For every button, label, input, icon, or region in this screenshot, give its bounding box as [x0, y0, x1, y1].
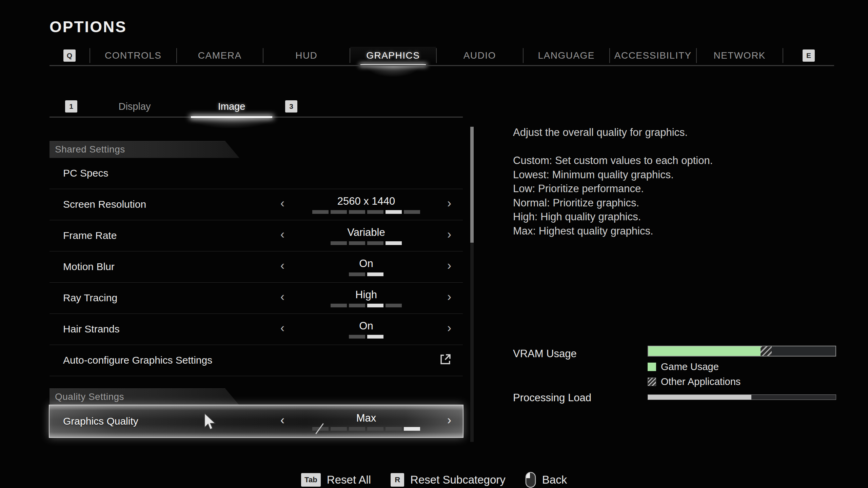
subtab-image[interactable]: Image — [218, 101, 245, 112]
decrease-value-arrow[interactable]: ‹ — [280, 291, 284, 303]
section-header-label: Shared Settings — [55, 144, 125, 155]
setting-row-graphics-quality-selected[interactable]: Graphics Quality ‹ Max › — [49, 405, 463, 438]
setting-label: PC Specs — [63, 167, 108, 179]
active-subtab-haze — [188, 117, 276, 129]
shortcut-bar: Tab Reset All R Reset Subcategory Back — [0, 472, 868, 488]
r-key-hint: R — [391, 473, 404, 487]
setting-value: High — [355, 289, 377, 301]
section-header-label: Quality Settings — [55, 391, 124, 402]
increase-value-arrow[interactable]: › — [447, 228, 451, 241]
setting-row-ray-tracing[interactable]: Ray Tracing ‹ High › — [50, 283, 463, 314]
prev-category-key-hint: Q — [63, 49, 76, 62]
external-link-icon — [439, 352, 452, 366]
setting-row-motion-blur[interactable]: Motion Blur ‹ On › — [50, 251, 463, 283]
subtab-display[interactable]: Display — [118, 101, 151, 112]
action-label: Reset All — [327, 473, 371, 486]
value-step-indicator — [312, 427, 420, 431]
setting-value: On — [359, 258, 373, 270]
setting-label: Auto-configure Graphics Settings — [63, 354, 212, 366]
page-title: OPTIONS — [50, 18, 127, 36]
setting-value: 868 x 488 — [337, 195, 395, 207]
tab-language[interactable]: LANGUAGE — [524, 47, 610, 64]
next-category-key-hint: E — [803, 49, 815, 62]
reset-all-action[interactable]: Tab Reset All — [301, 473, 371, 487]
setting-row-hair-strands[interactable]: Hair Strands ‹ On › — [50, 314, 463, 345]
prev-subcategory-key-hint: 1 — [65, 100, 77, 113]
increase-value-arrow[interactable]: › — [447, 322, 451, 334]
setting-label: Screen Resolution — [63, 199, 146, 210]
increase-value-arrow[interactable]: › — [447, 197, 451, 209]
action-label: Reset Subcategory — [410, 473, 506, 486]
section-header-shared-settings: Shared Settings — [50, 141, 239, 158]
increase-value-arrow[interactable]: › — [447, 260, 451, 272]
decrease-value-arrow[interactable]: ‹ — [280, 197, 284, 209]
processing-load-fill — [648, 395, 751, 400]
processing-load-label: Processing Load — [513, 392, 591, 404]
subcategory-tab-bar: 1 Display Image 3 — [50, 98, 463, 117]
tab-accessibility[interactable]: ACCESSIBILITY — [610, 47, 696, 64]
setting-label: Graphics Quality — [63, 415, 138, 427]
setting-description: Adjust the overall quality for graphics.… — [513, 125, 798, 238]
legend-label: Game Usage — [661, 361, 719, 372]
vram-game-usage-fill — [648, 346, 761, 356]
increase-value-arrow[interactable]: › — [447, 414, 451, 426]
increase-value-arrow[interactable]: › — [447, 291, 451, 303]
setting-row-frame-rate[interactable]: Frame Rate ‹ Variable › — [50, 220, 463, 251]
options-screen: OPTIONS Q CONTROLS CAMERA HUD GRAPHICS A… — [0, 0, 868, 488]
decrease-value-arrow[interactable]: ‹ — [280, 260, 284, 272]
setting-value: Max — [356, 412, 376, 424]
setting-label: Frame Rate — [63, 230, 117, 241]
setting-value: On — [359, 320, 373, 332]
setting-row-screen-resolution[interactable]: Screen Resolution ‹ 868 x 488 › — [50, 189, 463, 220]
mouse-cursor — [203, 413, 216, 432]
value-step-indicator — [349, 272, 383, 276]
section-header-quality-settings: Quality Settings — [50, 388, 239, 405]
setting-label: Hair Strands — [63, 323, 120, 335]
value-step-indicator — [331, 241, 402, 245]
value-step-indicator — [312, 210, 420, 214]
action-label: Back — [542, 473, 567, 486]
settings-list: Shared Settings PC Specs Screen Resoluti… — [50, 141, 463, 376]
setting-row-pc-specs[interactable]: PC Specs — [50, 158, 463, 189]
settings-scrollbar[interactable] — [470, 127, 474, 442]
legend-other-applications: Other Applications — [648, 376, 741, 387]
tab-hud[interactable]: HUD — [263, 47, 350, 64]
vram-usage-label: VRAM Usage — [513, 348, 577, 360]
tab-key-hint: Tab — [301, 473, 321, 487]
decrease-value-arrow[interactable]: ‹ — [280, 228, 284, 241]
scrollbar-thumb[interactable] — [470, 127, 474, 243]
game-usage-swatch — [648, 363, 656, 371]
tab-bar-underline — [50, 65, 834, 66]
vram-usage-bar — [648, 346, 836, 357]
legend-label: Other Applications — [661, 376, 741, 387]
mouse-button-icon — [525, 472, 536, 488]
processing-load-bar — [648, 394, 836, 400]
decrease-value-arrow[interactable]: ‹ — [280, 414, 284, 426]
other-applications-swatch — [648, 378, 656, 386]
setting-value: Variable — [347, 226, 385, 239]
tab-camera[interactable]: CAMERA — [177, 47, 263, 64]
category-tab-bar: Q CONTROLS CAMERA HUD GRAPHICS AUDIO LAN… — [50, 47, 834, 64]
setting-label: Ray Tracing — [63, 292, 117, 304]
vram-other-applications-fill — [761, 346, 772, 356]
value-step-indicator — [349, 335, 383, 339]
setting-label: Motion Blur — [63, 261, 115, 272]
back-action[interactable]: Back — [525, 472, 567, 488]
legend-game-usage: Game Usage — [648, 361, 719, 372]
value-step-indicator — [331, 304, 402, 307]
setting-row-auto-configure[interactable]: Auto-configure Graphics Settings — [50, 345, 463, 376]
decrease-value-arrow[interactable]: ‹ — [280, 322, 284, 334]
tab-controls[interactable]: CONTROLS — [90, 47, 176, 64]
next-subcategory-key-hint: 3 — [285, 100, 297, 113]
reset-subcategory-action[interactable]: R Reset Subcategory — [391, 473, 506, 487]
tab-graphics[interactable]: GRAPHICS — [350, 47, 436, 64]
tab-network[interactable]: NETWORK — [697, 47, 783, 64]
tab-audio[interactable]: AUDIO — [437, 47, 523, 64]
